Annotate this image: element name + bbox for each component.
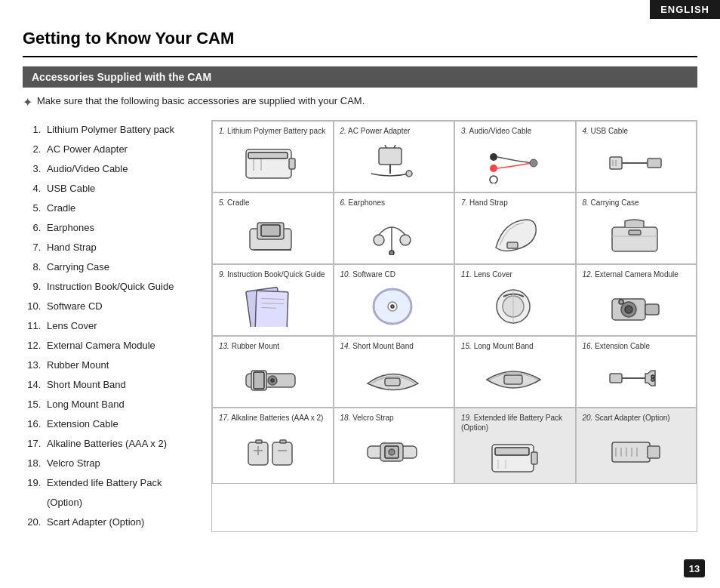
grid-cell: 12. External Camera Module [576, 264, 697, 336]
grid-cell-label: 11. Lens Cover [461, 269, 512, 279]
grid-cell-label: 10. Software CD [340, 269, 395, 279]
svg-rect-62 [280, 440, 286, 443]
svg-rect-71 [531, 452, 537, 464]
grid-cell: 1. Lithium Polymer Battery pack [212, 121, 334, 192]
svg-line-35 [261, 307, 276, 308]
grid-cell-label: 14. Short Mount Band [340, 341, 414, 351]
svg-rect-30 [629, 230, 641, 235]
svg-rect-55 [610, 374, 622, 383]
grid-cell-image [340, 211, 448, 257]
list-item: USB Cable [44, 179, 196, 199]
grid-cell: 2. AC Power Adapter [334, 121, 455, 192]
list-item: Audio/Video Cable [44, 159, 196, 179]
svg-point-39 [391, 305, 394, 308]
grid-cell: 20. Scart Adapter (Option) [576, 408, 697, 484]
grid-cell-label: 16. Extension Cable [583, 341, 651, 351]
title-rule [23, 56, 697, 57]
grid-cell: 3. Audio/Video Cable [454, 121, 576, 192]
accessories-ol: Lithium Polymer Battery packAC Power Ada… [23, 120, 196, 532]
list-item: Hand Strap [44, 238, 196, 257]
grid-cell: 19. Extended life Battery Pack (Option) [454, 408, 576, 484]
grid-cell-image [583, 211, 691, 257]
svg-rect-4 [248, 152, 288, 159]
accessories-list: Lithium Polymer Battery packAC Power Ada… [23, 120, 196, 532]
svg-rect-72 [495, 448, 529, 455]
grid-cell-label: 17. Alkaline Batteries (AAA x 2) [219, 413, 323, 423]
grid-cell: 13. Rubber Mount [212, 336, 334, 408]
svg-rect-1 [289, 159, 295, 169]
grid-cell-image [461, 436, 569, 477]
list-item: Alkaline Batteries (AAA x 2) [44, 434, 196, 454]
svg-point-13 [530, 159, 537, 167]
svg-point-7 [406, 171, 412, 177]
list-item: Short Mount Band [44, 375, 196, 395]
list-item: Carrying Case [44, 257, 196, 277]
list-item: AC Power Adapter [44, 140, 196, 159]
svg-rect-5 [379, 148, 402, 165]
list-item: Instruction Book/Quick Guide [44, 277, 196, 297]
grid-cell-image [461, 282, 569, 329]
grid-cell: 16. Extension Cable [576, 336, 697, 408]
grid-cell-image [219, 354, 327, 401]
svg-point-47 [619, 300, 623, 304]
svg-rect-53 [385, 378, 400, 386]
svg-rect-54 [504, 375, 522, 384]
svg-point-10 [490, 153, 497, 161]
list-item: Lithium Polymer Battery pack [44, 120, 196, 140]
svg-rect-76 [648, 446, 660, 458]
list-item: Lens Cover [44, 316, 196, 336]
svg-point-26 [389, 251, 394, 255]
note-bullet-icon: ✦ [23, 95, 32, 109]
grid-cell-image [583, 282, 691, 329]
svg-rect-21 [261, 225, 280, 236]
section-header: Accessories Supplied with the CAM [23, 66, 697, 88]
grid-cell-label: 13. Rubber Mount [219, 341, 279, 351]
list-item: Long Mount Band [44, 395, 196, 414]
list-item: Rubber Mount [44, 356, 196, 375]
grid-cell-label: 8. Carrying Case [583, 198, 639, 208]
svg-point-69 [389, 449, 395, 455]
grid-cell-label: 20. Scart Adapter (Option) [583, 413, 670, 423]
grid-cell: 11. Lens Cover [454, 264, 576, 336]
english-badge: ENGLISH [650, 0, 720, 19]
list-item: Scart Adapter (Option) [44, 513, 196, 532]
svg-point-12 [490, 176, 497, 183]
list-item: External Camera Module [44, 336, 196, 356]
svg-rect-32 [255, 291, 288, 327]
grid-cell: 5. Cradle [212, 192, 334, 264]
svg-rect-27 [507, 242, 518, 248]
grid-cell: 14. Short Mount Band [334, 336, 455, 408]
list-item: Earphones [44, 218, 196, 238]
grid-cell-label: 5. Cradle [219, 198, 250, 208]
svg-point-23 [374, 235, 384, 245]
grid-cell-image [340, 354, 448, 401]
grid-cell: 15. Long Mount Band [454, 336, 576, 408]
grid-cell-label: 3. Audio/Video Cable [461, 126, 531, 136]
grid-cell-label: 4. USB Cable [583, 126, 629, 136]
grid-cell-label: 18. Velcro Strap [340, 413, 394, 423]
svg-point-52 [271, 379, 274, 382]
grid-cell-image [219, 139, 327, 186]
grid-cell: 17. Alkaline Batteries (AAA x 2) [212, 408, 334, 484]
list-item: Cradle [44, 199, 196, 218]
grid-cell-image [461, 354, 569, 401]
note-text: Make sure that the following basic acces… [37, 95, 365, 106]
list-item: Velcro Strap [44, 454, 196, 473]
grid-cell-label: 7. Hand Strap [461, 198, 508, 208]
grid-cell: 6. Earphones [334, 192, 455, 264]
grid-cell-image [219, 282, 327, 329]
svg-rect-60 [256, 440, 262, 443]
grid-cell-image [219, 426, 327, 477]
grid-cell-image [340, 139, 448, 186]
grid-cell-image [461, 139, 569, 186]
page-number: 13 [684, 559, 705, 577]
grid-cell-image [219, 211, 327, 257]
accessories-grid: 1. Lithium Polymer Battery pack 2. AC Po… [212, 121, 697, 484]
list-item: Software CD [44, 297, 196, 316]
grid-cell-image [583, 426, 691, 477]
svg-point-24 [400, 235, 411, 245]
grid-cell: 7. Hand Strap [454, 192, 576, 264]
grid-cell-image [340, 426, 448, 477]
grid-cell-label: 15. Long Mount Band [461, 341, 534, 351]
grid-cell: 8. Carrying Case [576, 192, 697, 264]
